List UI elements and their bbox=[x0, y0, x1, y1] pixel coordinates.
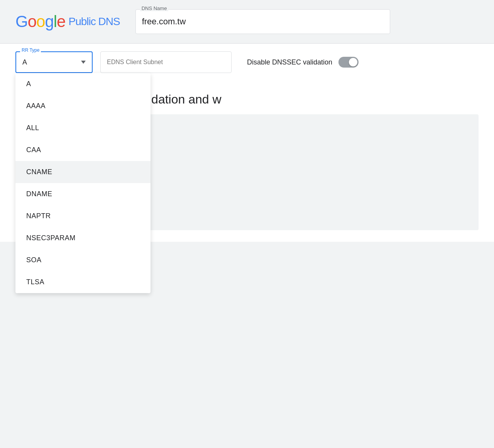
controls-bar: RR Type A Disable DNSSEC validation A AA… bbox=[0, 44, 494, 81]
dropdown-item-cname[interactable]: CNAME bbox=[15, 161, 151, 183]
dropdown-item-dname[interactable]: DNAME bbox=[15, 183, 151, 205]
public-dns-label: Public DNS bbox=[68, 15, 120, 28]
header: Google Public DNS DNS Name bbox=[0, 0, 494, 43]
dns-name-label: DNS Name bbox=[140, 5, 169, 11]
rr-type-value: A bbox=[22, 58, 27, 66]
toggle-knob bbox=[349, 58, 357, 66]
google-letter-e: e bbox=[57, 12, 65, 31]
dropdown-item-all[interactable]: ALL bbox=[15, 117, 151, 139]
google-letter-g2: g bbox=[45, 12, 53, 31]
google-logo: Google Public DNS bbox=[15, 12, 120, 31]
dnssec-toggle-container: Disable DNSSEC validation bbox=[247, 57, 359, 68]
edns-field bbox=[100, 51, 232, 73]
rr-type-label: RR Type bbox=[20, 48, 41, 53]
google-letter-o2: o bbox=[36, 12, 45, 31]
google-letter-o1: o bbox=[28, 12, 36, 31]
dropdown-item-aaaa[interactable]: AAAA bbox=[15, 95, 151, 117]
dropdown-item-nsec3param[interactable]: NSEC3PARAM bbox=[15, 227, 151, 249]
dropdown-item-soa[interactable]: SOA bbox=[15, 249, 151, 271]
rr-type-field: RR Type A bbox=[15, 51, 93, 73]
dropdown-arrow-icon bbox=[81, 61, 86, 64]
dropdown-item-naptr[interactable]: NAPTR bbox=[15, 205, 151, 227]
dns-name-input[interactable] bbox=[135, 9, 390, 34]
rr-type-select[interactable]: A bbox=[15, 51, 93, 73]
rr-type-dropdown-menu: A AAAA ALL CAA CNAME DNAME NAPTR NSEC3PA… bbox=[15, 73, 151, 293]
dropdown-item-caa[interactable]: CAA bbox=[15, 139, 151, 161]
edns-input[interactable] bbox=[100, 51, 232, 73]
dnssec-label: Disable DNSSEC validation bbox=[247, 58, 332, 66]
dropdown-item-tlsa[interactable]: TLSA bbox=[15, 271, 151, 293]
google-letter-g: G bbox=[15, 12, 28, 31]
dropdown-item-a[interactable]: A bbox=[15, 73, 151, 95]
dns-name-field: DNS Name bbox=[135, 9, 390, 34]
dnssec-toggle-switch[interactable] bbox=[338, 57, 359, 68]
google-letter-l: l bbox=[54, 12, 57, 31]
